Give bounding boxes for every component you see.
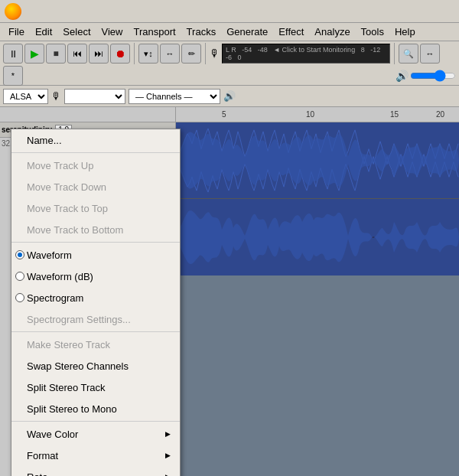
waveform-svg-bottom [176, 199, 459, 275]
menu-bar: File Edit Select View Transport Tracks G… [0, 23, 459, 41]
menu-transport[interactable]: Transport [128, 24, 181, 39]
radio-spectrogram [15, 293, 24, 302]
output-volume-slider[interactable] [410, 70, 456, 82]
waveform-area: // generate waveform path inline via SVG [176, 122, 459, 476]
stop-button[interactable]: ■ [46, 44, 66, 64]
audio-device-select[interactable]: ALSA [3, 89, 48, 104]
ctx-divider-1 [11, 152, 180, 153]
zoom-in-tool[interactable]: 🔍 [399, 44, 418, 64]
menu-effect[interactable]: Effect [273, 24, 309, 39]
zoom-sel-tool[interactable]: * [3, 66, 23, 86]
skip-start-button[interactable]: ⏮ [67, 44, 87, 64]
menu-edit[interactable]: Edit [30, 24, 57, 39]
timeline-tick-5: 5 [222, 110, 226, 119]
ctx-waveform[interactable]: Waveform [11, 244, 180, 266]
toolbar-separator-2 [205, 43, 206, 64]
mic-device-icon: 🎙 [51, 90, 61, 102]
speaker-device-icon: 🔊 [223, 90, 236, 102]
ctx-divider-4 [11, 421, 180, 422]
waveform-svg-top: // generate waveform path inline via SVG [176, 122, 459, 198]
toolbar-separator-3 [394, 43, 395, 64]
draw-tool[interactable]: ✏ [181, 44, 201, 64]
track-panel-header [0, 107, 176, 122]
menu-analyze[interactable]: Analyze [309, 24, 355, 39]
waveform-top: // generate waveform path inline via SVG [176, 122, 459, 199]
ctx-waveform-db[interactable]: Waveform (dB) [11, 266, 180, 287]
skip-end-button[interactable]: ⏭ [89, 44, 109, 64]
speaker-icon: 🔊 [396, 70, 409, 82]
menu-view[interactable]: View [96, 24, 129, 39]
ctx-move-top: Move Track to Top [11, 197, 180, 219]
select-tool[interactable]: ▾↕ [138, 44, 158, 64]
title-bar [0, 0, 459, 23]
radio-waveform [15, 250, 24, 259]
timeline-tick-15: 15 [390, 110, 399, 119]
mic-icon: 🎙 [210, 47, 220, 60]
toolbar: ⏸ ▶ ■ ⏮ ⏭ ⏺ ▾↕ ↔ ✏ 🎙 L R -54 -48 ◄ Click… [0, 41, 459, 86]
timeline-tick-20: 20 [436, 110, 444, 119]
timeline: 5 10 15 20 [176, 107, 459, 122]
timeline-tick-10: 10 [306, 110, 314, 119]
envelope-tool[interactable]: ↔ [160, 44, 180, 64]
waveform-bottom [176, 199, 459, 275]
level-meter[interactable]: L R -54 -48 ◄ Click to Start Monitoring … [222, 44, 390, 64]
tracks-area: serenitudiniry 1.0 32.0 Name... Move Tra… [0, 122, 459, 476]
app-icon [5, 3, 21, 20]
ctx-move-bottom: Move Track to Bottom [11, 219, 180, 240]
toolbar-separator-1 [134, 43, 135, 64]
menu-generate[interactable]: Generate [221, 24, 273, 39]
channel-select[interactable]: — Channels — [129, 89, 220, 104]
zoom-fit-tool[interactable]: ↔ [420, 44, 440, 64]
menu-help[interactable]: Help [389, 24, 421, 39]
ctx-split-mono[interactable]: Split Stereo to Mono [11, 398, 180, 419]
menu-file[interactable]: File [3, 24, 30, 39]
ctx-move-up: Move Track Up [11, 155, 180, 176]
ctx-wave-color[interactable]: Wave Color [11, 423, 180, 445]
pause-button[interactable]: ⏸ [3, 44, 23, 64]
radio-waveform-db [15, 272, 24, 281]
meter-labels: L R -54 -48 ◄ Click to Start Monitoring … [226, 46, 386, 61]
ctx-divider-2 [11, 242, 180, 243]
ctx-format[interactable]: Format [11, 445, 180, 466]
ctx-swap-stereo[interactable]: Swap Stereo Channels [11, 355, 180, 377]
ctx-rate[interactable]: Rate [11, 466, 180, 476]
device-bar: ALSA 🎙 — Channels — 🔊 [0, 86, 459, 107]
ctx-spectrogram[interactable]: Spectrogram [11, 287, 180, 308]
ctx-spectrogram-settings: Spectrogram Settings... [11, 308, 180, 330]
ctx-name[interactable]: Name... [11, 129, 180, 151]
menu-select[interactable]: Select [57, 24, 96, 39]
ctx-divider-3 [11, 331, 180, 332]
play-button[interactable]: ▶ [24, 44, 44, 64]
ctx-make-stereo: Make Stereo Track [11, 334, 180, 355]
menu-tools[interactable]: Tools [356, 24, 389, 39]
record-button[interactable]: ⏺ [110, 44, 130, 64]
ctx-split-stereo[interactable]: Split Stereo Track [11, 377, 180, 398]
menu-tracks[interactable]: Tracks [181, 24, 222, 39]
track-panel: serenitudiniry 1.0 32.0 Name... Move Tra… [0, 122, 176, 476]
input-device-select[interactable] [64, 89, 125, 104]
context-menu: Name... Move Track Up Move Track Down Mo… [11, 129, 181, 476]
ctx-move-down: Move Track Down [11, 176, 180, 197]
